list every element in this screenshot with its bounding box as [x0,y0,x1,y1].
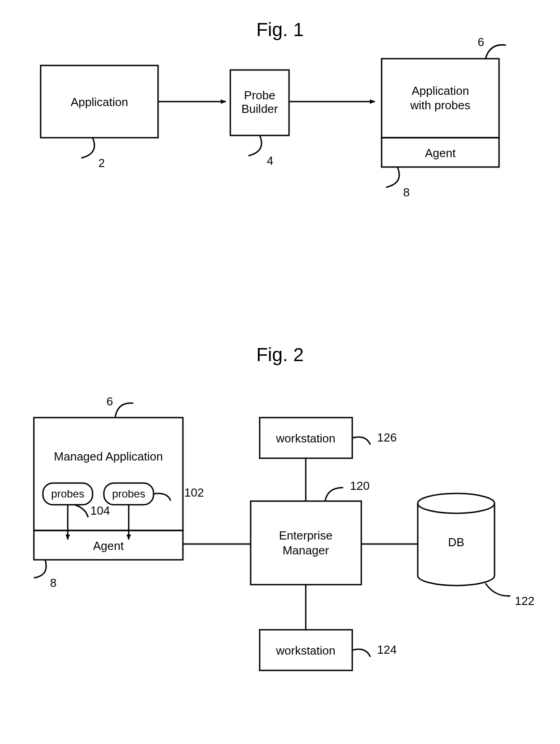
fig2-agent-box: Agent [34,530,183,560]
fig2-ref120: 120 [350,479,369,493]
fig1-app-with-probes-line1: Application [411,84,469,98]
fig2-ref102-leader [154,493,171,501]
fig1-app-with-probes-line2: with probes [410,98,471,112]
fig2-ref120-leader [325,488,343,501]
fig2-ref124-leader [352,649,370,657]
fig2-enterprise-manager-box: Enterprise Manager [251,501,361,585]
fig2-workstation-bottom-box: workstation [260,630,352,670]
fig2-ref124: 124 [377,643,397,656]
fig1-ref6-leader [485,45,506,59]
svg-rect-8 [251,501,361,585]
fig2-probes-right-label: probes [112,488,145,500]
fig2-workstation-top-box: workstation [260,418,352,458]
fig2-em-line2: Manager [283,544,329,557]
fig2-probes-left-pill: probes [43,483,93,505]
fig1-ref2: 2 [98,156,105,170]
svg-point-11 [418,493,495,513]
fig2-title: Fig. 2 [256,344,303,365]
fig1-app-with-probes-box: Application with probes [382,59,499,138]
fig2-ref6: 6 [107,395,113,408]
fig2-ref126-leader [352,437,370,445]
fig2-db-label: DB [448,535,464,549]
fig1-ref8: 8 [403,186,410,199]
fig2-ref122: 122 [515,594,534,608]
fig1-application-box: Application [41,65,158,138]
fig1-agent-label: Agent [425,146,456,160]
fig2-agent-label: Agent [93,539,124,553]
fig2-managed-app-label: Managed Application [54,450,163,463]
fig2-probes-left-label: probes [51,488,84,500]
fig1-ref8-leader [386,167,399,187]
fig2-db-cylinder: DB [418,493,495,586]
fig1-probe-builder-box: Probe Builder [230,70,289,135]
fig1-ref6: 6 [478,35,484,49]
fig1-application-label: Application [70,95,128,109]
fig1-agent-box: Agent [382,138,499,167]
fig2-ref8: 8 [50,576,56,590]
fig1-ref4-leader [248,135,261,156]
fig2-em-line1: Enterprise [279,529,333,542]
fig1-title: Fig. 1 [256,19,303,40]
fig2-probes-right-pill: probes [104,483,154,505]
fig2-ref8-leader [34,560,46,578]
fig1-probe-builder-line2: Builder [242,102,278,116]
fig2-ref6-leader [115,403,133,418]
fig1-ref4: 4 [267,154,273,167]
fig2-workstation-top-label: workstation [275,432,336,445]
fig2-workstation-bottom-label: workstation [275,644,336,657]
fig2-ref104-leader [75,505,88,517]
fig2-ref102: 102 [184,486,204,499]
fig2-ref104: 104 [90,504,110,517]
fig1-probe-builder-line1: Probe [244,88,275,102]
fig1-ref2-leader [81,138,94,158]
fig2-ref122-leader [485,583,510,596]
fig2-ref126: 126 [377,431,397,444]
